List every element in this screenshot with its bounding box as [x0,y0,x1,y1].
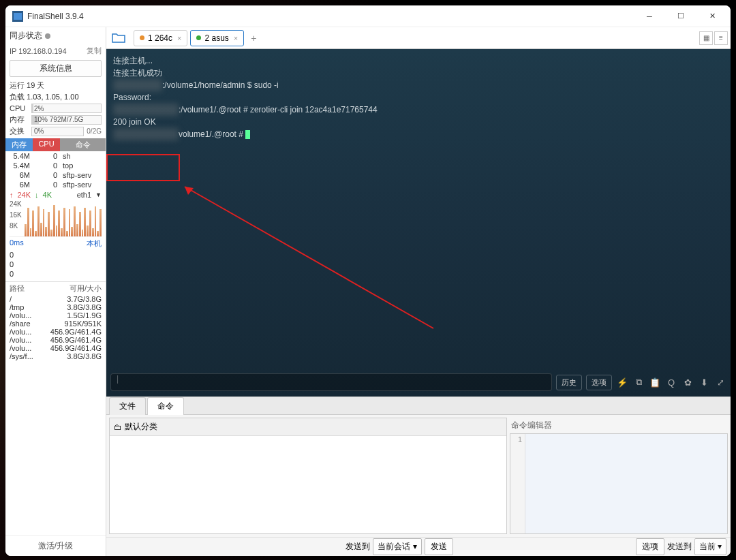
highlight-annotation [106,154,180,181]
status-dot-icon [196,35,201,40]
download-rate: 4K [43,191,52,199]
expand-icon[interactable]: ⤢ [714,377,726,388]
ping-val: 0 [5,250,106,260]
disk-row[interactable]: /volu...456.9G/461.4G [5,328,106,336]
disk-header: 路径 可用/大小 [5,281,106,295]
session-tab[interactable]: 1 264c× [134,30,187,46]
sync-status: 同步状态 [5,27,106,44]
process-row[interactable]: 6M0sftp-serv [5,180,106,189]
uptime: 运行 19 天 [5,80,106,91]
terminal-output[interactable]: 连接主机...连接主机成功xxxxxxxxxxxx:/volume1/home/… [106,49,731,368]
upload-rate: 24K [18,191,31,199]
editor-gutter: 1 [510,434,525,533]
list-view-button[interactable]: ≡ [714,31,728,45]
send-target-select[interactable]: 当前会话 ▾ [373,538,421,555]
window-title: FinalShell 3.9.4 [27,12,634,21]
close-button[interactable]: ✕ [696,5,728,27]
process-header: 内存 CPU 命令 [5,138,106,151]
terminal-input[interactable]: | [110,373,552,391]
command-tree[interactable]: 🗀 默认分类 [109,418,507,534]
ip-address: IP 192.168.0.194 [10,47,67,55]
tab-bar: 1 264c×2 asus× + ▦ ≡ [106,27,731,49]
system-info-button[interactable]: 系统信息 [10,60,102,77]
app-icon [12,11,23,22]
svg-rect-1 [14,13,22,20]
paste-icon[interactable]: 📋 [649,377,661,388]
terminal[interactable]: 连接主机...连接主机成功xxxxxxxxxxxx:/volume1/home/… [106,49,731,396]
editor-label: 命令编辑器 [510,418,728,433]
activate-upgrade-link[interactable]: 激活/升级 [5,535,106,556]
send-button[interactable]: 发送 [425,538,453,555]
gear-icon[interactable]: ✿ [681,377,694,388]
command-editor[interactable]: 1 [510,433,728,534]
disk-row[interactable]: /share915K/951K [5,320,106,328]
ping-val: 0 [5,260,106,269]
folder-icon: 🗀 [114,422,122,432]
sidebar: 同步状态 IP 192.168.0.194 复制 系统信息 运行 19 天 负载… [5,27,106,556]
send-to-label: 发送到 [346,541,370,553]
network-chart: 24K 16K 8K [10,200,102,237]
copy-ip-link[interactable]: 复制 [87,46,102,56]
ping-host[interactable]: 本机 [87,238,102,249]
status-dot-icon [140,35,144,40]
grid-view-button[interactable]: ▦ [699,31,713,45]
swap-label: 交换 [10,126,29,136]
add-tab-button[interactable]: + [247,33,260,44]
disk-row[interactable]: /volu...1.5G/1.9G [5,311,106,320]
bottom-panel: 文件 命令 🗀 默认分类 命令编辑器 1 [106,396,731,556]
sync-label: 同步状态 [10,30,42,42]
cpu-bar: 2% [31,104,102,113]
net-interface[interactable]: eth1 [77,191,91,199]
send-to-label-2: 发送到 [667,541,692,553]
default-category[interactable]: 默认分类 [125,421,157,433]
tab-file[interactable]: 文件 [109,397,146,415]
history-button[interactable]: 历史 [556,375,582,390]
disk-row[interactable]: /tmp3.8G/3.8G [5,303,106,311]
disk-row[interactable]: /volu...456.9G/461.4G [5,336,106,344]
options-button[interactable]: 选项 [586,375,612,390]
process-row[interactable]: 5.4M0sh [5,151,106,161]
swap-bar: 0% [31,127,84,136]
download-icon: ↓ [35,191,39,199]
disk-row[interactable]: /volu...456.9G/461.4G [5,344,106,352]
swap-total: 0/2G [87,127,102,135]
minimize-button[interactable]: ─ [634,5,665,27]
open-folder-button[interactable] [109,30,128,46]
process-row[interactable]: 5.4M0top [5,161,106,170]
lightning-icon[interactable]: ⚡ [616,377,628,388]
sync-dot-icon [45,33,50,39]
download-icon[interactable]: ⬇ [698,377,710,388]
load-average: 负载 1.03, 1.05, 1.00 [5,91,106,103]
network-row: ↑24K ↓4K eth1 ▼ [5,189,106,200]
cpu-label: CPU [10,104,29,112]
send-target-select-2[interactable]: 当前 ▾ [694,538,726,555]
disk-row[interactable]: /3.7G/3.8G [5,295,106,303]
chevron-down-icon[interactable]: ▼ [95,191,102,198]
app-window: FinalShell 3.9.4 ─ ☐ ✕ 同步状态 IP 192.168.0… [5,5,731,556]
close-tab-icon[interactable]: × [234,34,238,42]
maximize-button[interactable]: ☐ [665,5,696,27]
copy-icon[interactable]: ⧉ [632,377,645,388]
search-icon[interactable]: Q [665,377,677,388]
process-row[interactable]: 6M0sftp-serv [5,170,106,180]
mem-label: 内存 [10,114,29,125]
close-tab-icon[interactable]: × [177,34,181,42]
disk-row[interactable]: /sys/f...3.8G/3.8G [5,352,106,360]
tab-command[interactable]: 命令 [147,397,184,415]
upload-icon: ↑ [10,191,14,199]
session-tab[interactable]: 2 asus× [190,30,244,46]
titlebar: FinalShell 3.9.4 ─ ☐ ✕ [5,5,731,27]
ping-latency: 0ms [10,238,24,249]
mem-bar: 10% 792M/7.5G [31,115,102,125]
options-button-2[interactable]: 选项 [636,538,664,555]
ping-val: 0 [5,269,106,279]
